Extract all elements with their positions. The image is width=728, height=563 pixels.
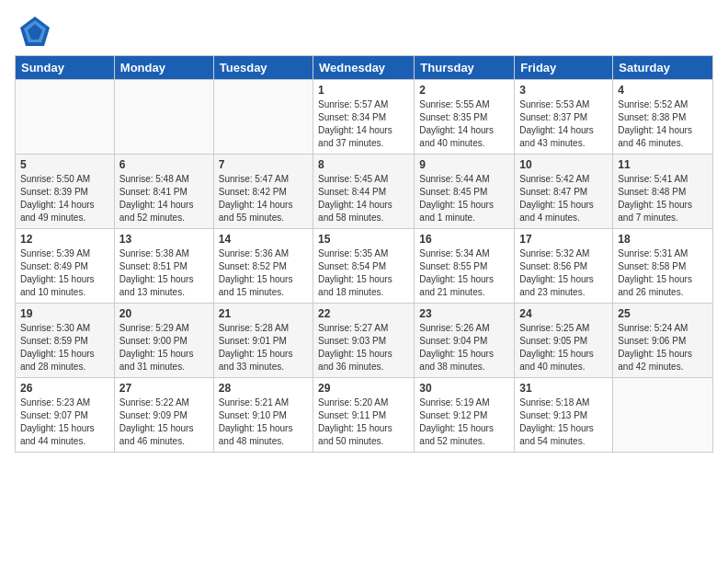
day-info: Sunrise: 5:41 AM Sunset: 8:48 PM Dayligh…	[618, 173, 708, 224]
day-info: Sunrise: 5:31 AM Sunset: 8:58 PM Dayligh…	[618, 247, 708, 299]
day-info: Sunrise: 5:50 AM Sunset: 8:39 PM Dayligh…	[20, 173, 109, 224]
day-info: Sunrise: 5:48 AM Sunset: 8:41 PM Dayligh…	[119, 173, 209, 224]
day-number: 29	[318, 382, 409, 395]
day-cell: 23Sunrise: 5:26 AM Sunset: 9:04 PM Dayli…	[415, 304, 515, 378]
day-number: 17	[519, 233, 608, 246]
day-cell: 16Sunrise: 5:34 AM Sunset: 8:55 PM Dayli…	[415, 229, 515, 304]
day-cell: 24Sunrise: 5:25 AM Sunset: 9:05 PM Dayli…	[515, 304, 613, 378]
day-info: Sunrise: 5:26 AM Sunset: 9:04 PM Dayligh…	[419, 322, 509, 373]
day-cell	[16, 80, 115, 155]
day-cell: 17Sunrise: 5:32 AM Sunset: 8:56 PM Dayli…	[515, 229, 613, 304]
day-number: 5	[20, 158, 109, 171]
day-cell: 10Sunrise: 5:42 AM Sunset: 8:47 PM Dayli…	[515, 155, 613, 229]
day-info: Sunrise: 5:23 AM Sunset: 9:07 PM Dayligh…	[20, 396, 109, 448]
day-cell: 11Sunrise: 5:41 AM Sunset: 8:48 PM Dayli…	[613, 155, 713, 229]
day-number: 20	[119, 307, 209, 320]
day-cell: 14Sunrise: 5:36 AM Sunset: 8:52 PM Dayli…	[213, 229, 313, 304]
day-info: Sunrise: 5:32 AM Sunset: 8:56 PM Dayligh…	[519, 247, 608, 299]
day-info: Sunrise: 5:53 AM Sunset: 8:37 PM Dayligh…	[519, 98, 608, 150]
day-number: 15	[318, 233, 409, 246]
day-cell: 18Sunrise: 5:31 AM Sunset: 8:58 PM Dayli…	[613, 229, 713, 304]
day-cell: 6Sunrise: 5:48 AM Sunset: 8:41 PM Daylig…	[114, 155, 213, 229]
day-info: Sunrise: 5:55 AM Sunset: 8:35 PM Dayligh…	[419, 98, 509, 150]
calendar-table: SundayMondayTuesdayWednesdayThursdayFrid…	[15, 55, 713, 453]
day-header-tuesday: Tuesday	[213, 56, 313, 80]
logo-icon	[18, 15, 51, 48]
day-header-thursday: Thursday	[415, 56, 515, 80]
day-info: Sunrise: 5:30 AM Sunset: 8:59 PM Dayligh…	[20, 322, 109, 373]
day-header-wednesday: Wednesday	[313, 56, 415, 80]
day-number: 23	[419, 307, 509, 320]
day-number: 10	[519, 158, 608, 171]
day-info: Sunrise: 5:22 AM Sunset: 9:09 PM Dayligh…	[119, 396, 209, 448]
day-number: 22	[318, 307, 409, 320]
day-number: 4	[618, 84, 708, 97]
day-number: 8	[318, 158, 409, 171]
day-header-monday: Monday	[114, 56, 213, 80]
week-row-2: 5Sunrise: 5:50 AM Sunset: 8:39 PM Daylig…	[16, 155, 713, 229]
day-cell: 7Sunrise: 5:47 AM Sunset: 8:42 PM Daylig…	[213, 155, 313, 229]
day-cell: 1Sunrise: 5:57 AM Sunset: 8:34 PM Daylig…	[313, 80, 415, 155]
day-info: Sunrise: 5:42 AM Sunset: 8:47 PM Dayligh…	[519, 173, 608, 224]
day-number: 6	[119, 158, 209, 171]
day-number: 2	[419, 84, 509, 97]
day-number: 16	[419, 233, 509, 246]
day-number: 27	[119, 382, 209, 395]
day-info: Sunrise: 5:38 AM Sunset: 8:51 PM Dayligh…	[119, 247, 209, 299]
day-number: 11	[618, 158, 708, 171]
day-header-saturday: Saturday	[613, 56, 713, 80]
day-info: Sunrise: 5:39 AM Sunset: 8:49 PM Dayligh…	[20, 247, 109, 299]
day-number: 9	[419, 158, 509, 171]
day-info: Sunrise: 5:29 AM Sunset: 9:00 PM Dayligh…	[119, 322, 209, 373]
logo	[15, 15, 51, 48]
day-number: 24	[519, 307, 608, 320]
day-number: 7	[219, 158, 308, 171]
day-cell: 2Sunrise: 5:55 AM Sunset: 8:35 PM Daylig…	[415, 80, 515, 155]
day-cell: 5Sunrise: 5:50 AM Sunset: 8:39 PM Daylig…	[16, 155, 115, 229]
day-info: Sunrise: 5:36 AM Sunset: 8:52 PM Dayligh…	[219, 247, 308, 299]
week-row-1: 1Sunrise: 5:57 AM Sunset: 8:34 PM Daylig…	[16, 80, 713, 155]
day-cell	[613, 378, 713, 453]
day-header-sunday: Sunday	[16, 56, 115, 80]
week-row-3: 12Sunrise: 5:39 AM Sunset: 8:49 PM Dayli…	[16, 229, 713, 304]
day-cell: 31Sunrise: 5:18 AM Sunset: 9:13 PM Dayli…	[515, 378, 613, 453]
day-info: Sunrise: 5:34 AM Sunset: 8:55 PM Dayligh…	[419, 247, 509, 299]
day-cell: 9Sunrise: 5:44 AM Sunset: 8:45 PM Daylig…	[415, 155, 515, 229]
day-info: Sunrise: 5:25 AM Sunset: 9:05 PM Dayligh…	[519, 322, 608, 373]
day-number: 14	[219, 233, 308, 246]
day-cell: 15Sunrise: 5:35 AM Sunset: 8:54 PM Dayli…	[313, 229, 415, 304]
day-number: 30	[419, 382, 509, 395]
day-cell: 28Sunrise: 5:21 AM Sunset: 9:10 PM Dayli…	[213, 378, 313, 453]
days-header-row: SundayMondayTuesdayWednesdayThursdayFrid…	[16, 56, 713, 80]
day-cell: 30Sunrise: 5:19 AM Sunset: 9:12 PM Dayli…	[415, 378, 515, 453]
day-number: 12	[20, 233, 109, 246]
day-info: Sunrise: 5:18 AM Sunset: 9:13 PM Dayligh…	[519, 396, 608, 448]
day-info: Sunrise: 5:35 AM Sunset: 8:54 PM Dayligh…	[318, 247, 409, 299]
day-cell	[213, 80, 313, 155]
day-number: 25	[618, 307, 708, 320]
day-header-friday: Friday	[515, 56, 613, 80]
day-number: 26	[20, 382, 109, 395]
day-info: Sunrise: 5:47 AM Sunset: 8:42 PM Dayligh…	[219, 173, 308, 224]
day-cell: 29Sunrise: 5:20 AM Sunset: 9:11 PM Dayli…	[313, 378, 415, 453]
day-info: Sunrise: 5:20 AM Sunset: 9:11 PM Dayligh…	[318, 396, 409, 448]
day-info: Sunrise: 5:27 AM Sunset: 9:03 PM Dayligh…	[318, 322, 409, 373]
day-cell: 27Sunrise: 5:22 AM Sunset: 9:09 PM Dayli…	[114, 378, 213, 453]
day-cell: 4Sunrise: 5:52 AM Sunset: 8:38 PM Daylig…	[613, 80, 713, 155]
day-info: Sunrise: 5:24 AM Sunset: 9:06 PM Dayligh…	[618, 322, 708, 373]
week-row-4: 19Sunrise: 5:30 AM Sunset: 8:59 PM Dayli…	[16, 304, 713, 378]
day-cell: 25Sunrise: 5:24 AM Sunset: 9:06 PM Dayli…	[613, 304, 713, 378]
day-cell: 26Sunrise: 5:23 AM Sunset: 9:07 PM Dayli…	[16, 378, 115, 453]
day-cell	[114, 80, 213, 155]
day-cell: 8Sunrise: 5:45 AM Sunset: 8:44 PM Daylig…	[313, 155, 415, 229]
day-info: Sunrise: 5:19 AM Sunset: 9:12 PM Dayligh…	[419, 396, 509, 448]
day-cell: 20Sunrise: 5:29 AM Sunset: 9:00 PM Dayli…	[114, 304, 213, 378]
day-number: 28	[219, 382, 308, 395]
day-info: Sunrise: 5:21 AM Sunset: 9:10 PM Dayligh…	[219, 396, 308, 448]
day-info: Sunrise: 5:28 AM Sunset: 9:01 PM Dayligh…	[219, 322, 308, 373]
day-number: 31	[519, 382, 608, 395]
week-row-5: 26Sunrise: 5:23 AM Sunset: 9:07 PM Dayli…	[16, 378, 713, 453]
day-number: 13	[119, 233, 209, 246]
day-info: Sunrise: 5:44 AM Sunset: 8:45 PM Dayligh…	[419, 173, 509, 224]
day-cell: 13Sunrise: 5:38 AM Sunset: 8:51 PM Dayli…	[114, 229, 213, 304]
